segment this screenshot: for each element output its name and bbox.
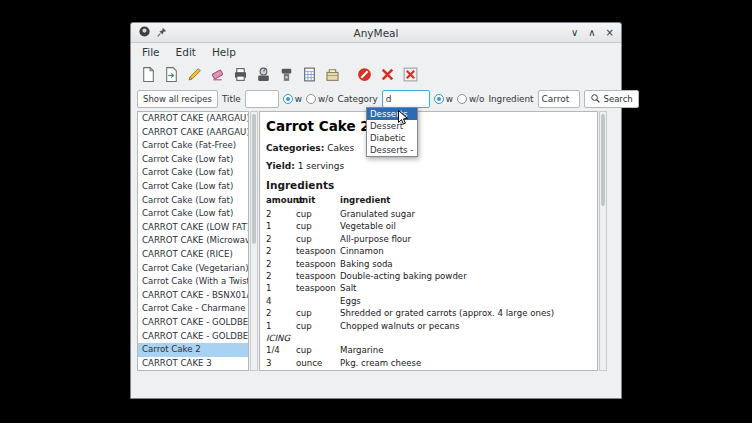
ingredient-amount: 2 <box>266 209 296 221</box>
scrollbar-handle[interactable] <box>252 114 256 244</box>
dropdown-item[interactable]: Desserts - <box>367 144 417 156</box>
ingredient-amount: 1 <box>266 321 296 333</box>
menu-item[interactable]: Help <box>205 45 243 59</box>
ingredient-unit: cup <box>296 221 340 233</box>
radio-dot[interactable] <box>306 94 316 104</box>
recipe-title: Carrot Cake 2 <box>266 118 591 134</box>
import-recipe-icon[interactable] <box>161 64 181 84</box>
category-label: Category <box>338 94 378 104</box>
pin-icon[interactable] <box>156 23 168 42</box>
recipe-list-item[interactable]: CARROT CAKE (Microwave) <box>138 234 248 248</box>
close-button[interactable]: × <box>606 28 614 38</box>
search-icon <box>590 93 601 106</box>
grinder-icon[interactable] <box>276 64 296 84</box>
ingredient-amount: 2 <box>266 308 296 320</box>
ingredient-row: 2 cup Granulated sugar <box>266 209 591 221</box>
recipe-list-item[interactable]: CARROT CAKE (AARGAU) <box>138 126 248 140</box>
radio-dot[interactable] <box>457 94 467 104</box>
ingredient-name: All-purpose flour <box>340 234 591 246</box>
ingredient-input[interactable] <box>538 90 580 108</box>
category-without-radio[interactable]: w/o <box>457 94 485 104</box>
recipe-list-item[interactable]: CARROT CAKE (RICE) <box>138 248 248 262</box>
recipe-list-item[interactable]: Carrot Cake (Low fat) <box>138 180 248 194</box>
ingredient-unit: teaspoon <box>296 259 340 271</box>
recipe-list-scrollbar[interactable] <box>250 111 258 371</box>
recipe-list-item[interactable]: CARROT CAKE 3 <box>138 357 248 371</box>
ingredient-name: Shredded or grated carrots (approx. 4 la… <box>340 308 591 320</box>
title-input[interactable] <box>245 90 279 108</box>
ingredient-amount: 2 <box>266 234 296 246</box>
title-label: Title <box>222 94 241 104</box>
ingredient-unit: teaspoon <box>296 246 340 258</box>
recipe-list-item[interactable]: Carrot Cake (With a Twist) <box>138 275 248 289</box>
recipe-list-item[interactable]: Carrot Cake (Vegetarian) <box>138 262 248 276</box>
category-input[interactable] <box>382 90 430 108</box>
close-database-icon[interactable] <box>400 64 420 84</box>
category-with-radio[interactable]: w <box>434 94 453 104</box>
ingredient-name: Cinnamon <box>340 246 591 258</box>
new-recipe-icon[interactable] <box>138 64 158 84</box>
search-button[interactable]: Search <box>584 90 639 108</box>
recipe-list-item[interactable]: CARROT CAKE - GOLDBECK <box>138 330 248 344</box>
kitchen-scale-icon[interactable] <box>253 64 273 84</box>
recipe-detail-scrollbar[interactable] <box>599 111 607 371</box>
scrollbar-handle[interactable] <box>601 114 605 206</box>
search-button-label: Search <box>604 94 633 104</box>
card-file-icon[interactable] <box>322 64 342 84</box>
recipe-list: CARROT CAKE (AARGAU)CARROT CAKE (AARGAU)… <box>137 111 249 371</box>
recipe-list-item[interactable]: Carrot Cake - Charmane An... <box>138 302 248 316</box>
radio-dot[interactable] <box>434 94 444 104</box>
minimize-button[interactable]: ∨ <box>571 28 578 38</box>
delete-icon[interactable] <box>377 64 397 84</box>
dropdown-item[interactable]: Dessert <box>367 120 417 132</box>
recipe-list-item[interactable]: CARROT CAKE - GOLDBECK <box>138 316 248 330</box>
recipe-list-item[interactable]: Carrot Cake (Low fat) <box>138 207 248 221</box>
show-all-recipes-button[interactable]: Show all recipes <box>137 90 218 108</box>
ingredient-row: 1 teaspoon Salt <box>266 283 591 295</box>
ingredient-amount: 2 <box>266 259 296 271</box>
radio-dot[interactable] <box>283 94 293 104</box>
menu-item[interactable]: File <box>135 45 167 59</box>
dropdown-item[interactable]: Desserts <box>367 108 417 120</box>
erase-recipe-icon[interactable] <box>207 64 227 84</box>
ingredient-unit: cup <box>296 370 340 371</box>
title-without-radio[interactable]: w/o <box>306 94 334 104</box>
recipe-list-item[interactable]: CARROT CAKE - BSNX01A <box>138 289 248 303</box>
recipe-list-item[interactable]: Carrot Cake (Low fat) <box>138 153 248 167</box>
category-completion-dropdown: DessertsDessertDiabeticDesserts - <box>366 107 418 157</box>
edit-recipe-icon[interactable] <box>184 64 204 84</box>
ingredient-name: Chopped walnuts or pecans <box>340 321 591 333</box>
dropdown-item[interactable]: Diabetic <box>367 132 417 144</box>
ingredient-row: 2 teaspoon Baking soda <box>266 259 591 271</box>
print-recipe-icon[interactable] <box>230 64 250 84</box>
ingredient-row: 2 cup All-purpose flour <box>266 234 591 246</box>
ingredient-amount: 1 <box>266 283 296 295</box>
menu-item[interactable]: Edit <box>169 45 203 59</box>
ingredient-row: ICING <box>266 333 591 345</box>
ingredient-unit: teaspoon <box>296 271 340 283</box>
recipe-list-item[interactable]: Carrot Cake (Low fat) <box>138 166 248 180</box>
ingredient-unit: cup <box>296 209 340 221</box>
recipe-list-item[interactable]: Carrot Cake 2 <box>138 343 248 357</box>
yield-value: 1 servings <box>298 161 344 171</box>
title-with-radio[interactable]: w <box>283 94 302 104</box>
ingredient-amount: ICING <box>266 333 296 345</box>
cancel-icon[interactable] <box>354 64 374 84</box>
ingredient-name: Granulated sugar <box>340 209 591 221</box>
ingredient-amount: 1/4 <box>266 345 296 357</box>
ingredient-name: Eggs <box>340 296 591 308</box>
calculator-icon[interactable] <box>299 64 319 84</box>
recipe-list-item[interactable]: CARROT CAKE (LOW FAT) <box>138 221 248 235</box>
recipe-list-item[interactable]: CARROT CAKE (AARGAU) <box>138 112 248 126</box>
ingredient-name: Double-acting baking powder <box>340 271 591 283</box>
ingredient-name <box>340 333 591 345</box>
ingredient-unit: cup <box>296 308 340 320</box>
menubar: FileEditHelp <box>131 43 621 61</box>
recipe-categories: Categories: Cakes <box>266 143 591 153</box>
recipe-list-item[interactable]: Carrot Cake (Fat-Free) <box>138 139 248 153</box>
ingredient-name: Margarine <box>340 345 591 357</box>
recipe-list-item[interactable]: Carrot Cake (Low fat) <box>138 194 248 208</box>
categories-value: Cakes <box>327 143 354 153</box>
maximize-button[interactable]: ∧ <box>588 28 595 38</box>
window-title: AnyMeal <box>131 27 621 39</box>
